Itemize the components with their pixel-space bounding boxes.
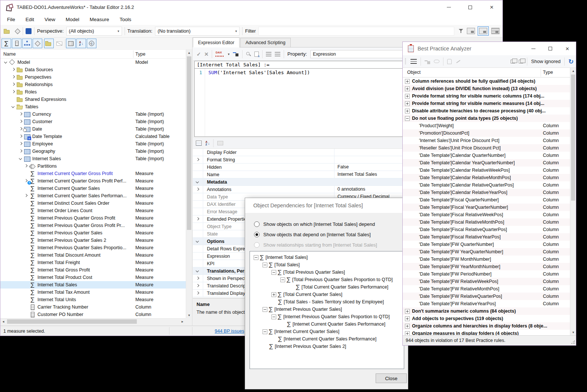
tree-expander-icon[interactable] [23, 164, 29, 169]
expand-box-icon[interactable] [405, 94, 410, 99]
expand-all-icon[interactable] [511, 60, 515, 63]
radio-unselected-icon[interactable] [254, 221, 260, 227]
tree-expander-icon[interactable] [3, 60, 9, 65]
expand-box-icon[interactable] [405, 86, 410, 91]
bpa-rule-row[interactable]: Provide format string for visible numeri… [403, 92, 570, 100]
collapse-box-icon[interactable] [263, 307, 267, 312]
tree-row[interactable]: ∑Internet Previous Quarter Sales Proport… [0, 244, 186, 251]
collapse-icon[interactable] [195, 239, 201, 244]
categorized-view-icon[interactable] [196, 141, 202, 146]
bpa-object-row[interactable]: 'Date Template'[FW MonthNumber]Column [403, 256, 570, 263]
dax-expression[interactable]: SUM('Internet Sales'[Sales Amount]) [208, 70, 310, 75]
toggle-display-folders-button[interactable] [44, 39, 54, 48]
scroll-up-icon[interactable]: ▲ [186, 50, 192, 56]
tree-row[interactable]: ∑Internet Previous Quarter Gross Profit … [0, 222, 186, 229]
bpa-object-row[interactable]: 'Date Template'[FW YearQuarterNumber]Col… [403, 248, 570, 256]
expand-icon[interactable] [195, 291, 201, 296]
goto-definition-icon[interactable] [233, 51, 239, 57]
expand-box-icon[interactable] [405, 109, 410, 113]
expand-box-icon[interactable] [405, 324, 410, 329]
alphabetical-view-icon[interactable]: AZ↓ [205, 141, 210, 146]
tree-expander-icon[interactable] [11, 104, 16, 109]
dependency-node[interactable]: ∑[Total Sales - Sales Territory sliced b… [250, 298, 404, 306]
menu-model[interactable]: Model [60, 17, 85, 22]
show-object-metadata-button[interactable]: C [87, 39, 96, 48]
bpa-object-row[interactable]: 'Date Template'[FW QuarterNumber]Column [403, 241, 570, 248]
column-divider[interactable] [541, 69, 541, 77]
tree-row[interactable]: Date TemplateCalculated Table [0, 133, 186, 140]
bp-issues-link[interactable]: 944 BP issues [215, 329, 244, 334]
bpa-object-row[interactable]: 'Date Template'[Fiscal YearQuarterNumber… [403, 204, 570, 211]
expand-box-icon[interactable] [405, 331, 410, 336]
tree-row[interactable]: Partitions [0, 162, 186, 170]
bpa-object-row[interactable]: 'Reseller Sales'[Unit Price Discount Pct… [403, 144, 570, 152]
scrollbar-thumb[interactable] [571, 75, 575, 201]
bpa-rule-row[interactable]: Add objects to perspectives (119 objects… [403, 315, 570, 322]
scroll-left-icon[interactable]: ◄ [0, 319, 6, 325]
bpa-object-row[interactable]: 'Date Template'[FW PeriodNumber]Column [403, 270, 570, 278]
translation-select[interactable]: (No translation)▾ [155, 27, 240, 36]
menu-file[interactable]: File [2, 17, 20, 22]
tree-row[interactable]: ∑Internet Order Lines CountMeasure [0, 207, 186, 214]
menu-tools[interactable]: Tools [114, 17, 136, 22]
tree-row[interactable]: ∑Internet Total Gross ProfitMeasure [0, 266, 186, 274]
outdent-icon[interactable] [275, 52, 280, 56]
tree-row[interactable]: ∑Internet Previous Quarter Gross ProfitM… [0, 214, 186, 222]
tree-row[interactable]: ∑Internet Current Quarter SalesMeasure [0, 185, 186, 192]
tree-row[interactable]: ∑Internet Total UnitsMeasure [0, 296, 186, 303]
tree-row[interactable]: CurrencyTable (Import) [0, 111, 186, 118]
tree-row[interactable]: ∑Internet Previous Quarter SalesMeasure [0, 229, 186, 237]
radio-unselected-icon[interactable] [254, 242, 260, 248]
collapse-box-icon[interactable] [405, 116, 410, 121]
tree-row[interactable]: Internet SalesTable (Import) [0, 155, 186, 162]
chevron-down-icon[interactable]: ▾ [228, 52, 230, 56]
dependency-node[interactable]: ∑[Internet Current Quarter Sales] [250, 328, 404, 335]
bpa-object-row[interactable]: 'Date Template'[Calendar RelativeMonthPo… [403, 174, 570, 181]
radio-option[interactable]: Show objects on which [Internet Total Sa… [254, 220, 375, 228]
expand-icon[interactable] [195, 187, 201, 192]
tree-row[interactable]: ModelModel [0, 59, 186, 66]
collapse-icon[interactable] [195, 269, 201, 274]
scroll-down-icon[interactable]: ▼ [570, 329, 576, 335]
bpa-rule-row[interactable]: Don't summarize numeric columns (84 obje… [403, 307, 570, 315]
tree-row[interactable]: CustomerTable (Import) [0, 118, 186, 125]
toggle-measures-button[interactable]: ∑ [1, 39, 11, 48]
close-button[interactable]: × [481, 0, 502, 14]
expand-box-icon[interactable] [405, 101, 410, 106]
save-icon[interactable] [26, 28, 32, 34]
tree-row[interactable]: Perspectives [0, 73, 186, 81]
collapse-icon[interactable] [195, 179, 201, 185]
dependency-node[interactable]: ∑[Internet Previous Quarter Sales Propor… [250, 313, 404, 320]
bpa-object-row[interactable]: 'Date Template'[FW RelativeYearPos]Colum… [403, 300, 570, 307]
tree-expander-icon[interactable] [11, 89, 16, 95]
tree-row[interactable]: ∑Internet Total Tax AmountMeasure [0, 289, 186, 296]
search-icon[interactable] [246, 52, 251, 57]
expand-icon[interactable] [195, 283, 201, 289]
minimize-button[interactable] [525, 42, 542, 55]
tree-row[interactable]: Carrier Tracking NumberColumn [0, 303, 186, 311]
refresh-icon[interactable]: ↻ [568, 58, 574, 65]
tree-row[interactable]: GeographyTable (Import) [0, 148, 186, 155]
toolbar-grip[interactable] [405, 58, 406, 65]
tree-row[interactable]: ∑Internet Total SalesMeasure [0, 281, 186, 289]
scroll-up-icon[interactable]: ▲ [570, 68, 576, 74]
indent-icon[interactable] [266, 52, 271, 56]
bpa-object-row[interactable]: 'Date Template'[Fiscal RelativeQuarterPo… [403, 226, 570, 233]
type-column-header[interactable]: Type [543, 70, 553, 75]
tree-row[interactable]: Tables [0, 103, 186, 111]
tree-row[interactable]: ∑Internet Total Product CostMeasure [0, 274, 186, 281]
expand-box-icon[interactable] [405, 79, 410, 84]
tree-expander-icon[interactable] [18, 119, 24, 124]
dependency-node[interactable]: ∑[Total Current Quarter Sales] [250, 291, 404, 298]
tree-row[interactable]: Roles [0, 88, 186, 96]
menu-view[interactable]: View [39, 17, 60, 22]
collapse-box-icon[interactable] [271, 270, 276, 275]
dependency-node[interactable]: ∑[Internet Current Quarter Sales Perform… [250, 335, 404, 343]
dependency-node[interactable]: ∑[Total Previous Quarter Sales Proportio… [250, 276, 404, 283]
tree-expander-icon[interactable] [18, 149, 24, 154]
tree-row[interactable]: EmployeeTable (Import) [0, 140, 186, 148]
bpa-rule-row[interactable]: Do not use floating point data types (25… [403, 115, 570, 122]
close-dialog-button[interactable]: Close [376, 373, 407, 383]
tree-expander-icon[interactable] [18, 112, 24, 117]
bpa-object-row[interactable]: 'Date Template'[Calendar RelativeQuarter… [403, 181, 570, 189]
